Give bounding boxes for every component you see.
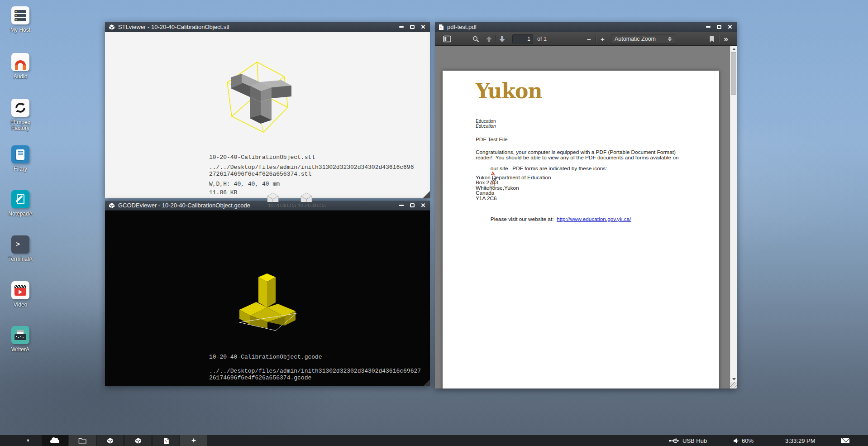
pdf-content-area[interactable]: Yukon Education Éducation PDF Test File … <box>435 46 737 388</box>
gcode-viewer-window: GCODEviewer - 10-20-40-CalibrationObject… <box>105 201 430 386</box>
stl-path-line2: 2726174696f6e4f626a656374.stl <box>209 171 311 177</box>
maximize-button[interactable] <box>409 24 415 30</box>
taskbar-stlviewer-button[interactable] <box>97 435 123 446</box>
minimize-button[interactable] <box>398 202 405 209</box>
arrow-down-icon <box>499 36 506 43</box>
pdf-scrollbar[interactable] <box>730 46 737 388</box>
taskbar-cloud-button[interactable] <box>42 435 68 446</box>
pdf-window-titlebar[interactable]: pdf-test.pdf ✕ <box>435 22 737 32</box>
yukon-logo: Yukon <box>476 82 542 101</box>
typewriter-icon <box>11 326 29 344</box>
minimize-button[interactable] <box>398 24 405 30</box>
dropdown-arrows-icon <box>665 36 672 42</box>
website-link[interactable]: http://www.education.gov.yk.ca/ <box>557 216 631 222</box>
desktop-icon-video[interactable]: Video <box>2 281 39 308</box>
stl-viewport[interactable]: 10-20-40-CalibrationObject.stl ../../Des… <box>105 32 430 198</box>
stl-3d-model <box>222 58 299 144</box>
speaker-icon <box>733 438 739 444</box>
desktop-icon-audio[interactable]: Audio <box>2 53 39 80</box>
resize-grip[interactable] <box>424 379 430 386</box>
cloud-icon <box>50 440 59 443</box>
gcode-viewport[interactable]: 10-20-40-CalibrationObject.gcode ../../D… <box>105 211 430 386</box>
maximize-button[interactable] <box>409 202 415 209</box>
search-button[interactable] <box>472 32 479 46</box>
desktop-icon-label: Video <box>2 302 39 308</box>
desktop-icon-notepada[interactable]: NotepadA <box>2 190 39 217</box>
zoom-out-button[interactable]: − <box>587 32 591 46</box>
sidebar-toggle-button[interactable] <box>443 32 451 46</box>
bookmark-button[interactable] <box>709 32 715 46</box>
taskbar: ▼ + USB Hub 60% <box>0 435 868 446</box>
taskbar-add-button[interactable]: + <box>180 435 207 446</box>
search-icon <box>472 36 479 43</box>
desktop-icon-label: FFmpeg Factory <box>2 120 39 131</box>
volume-status[interactable]: 60% <box>733 435 754 446</box>
website-line: Please visit our website at: http://www.… <box>476 211 631 227</box>
close-button[interactable]: ✕ <box>420 24 426 30</box>
server-icon <box>11 6 29 24</box>
desktop-icon-label: Audio <box>2 74 39 80</box>
stl-window-titlebar[interactable]: STLviewer - 10-20-40-CalibrationObject.s… <box>105 22 430 32</box>
taskbar-menu-chevron[interactable]: ▼ <box>20 435 36 446</box>
resize-grip[interactable] <box>730 382 737 388</box>
usb-icon <box>669 438 680 444</box>
previous-page-button[interactable] <box>486 32 492 46</box>
mail-status[interactable] <box>841 435 849 446</box>
plus-icon: + <box>191 436 196 445</box>
hidden-file-icon[interactable] <box>300 192 313 202</box>
usb-status[interactable]: USB Hub <box>669 435 707 446</box>
scroll-down-button[interactable] <box>730 376 737 382</box>
book-icon <box>11 145 29 163</box>
zoom-level-dropdown[interactable]: Automatic Zoom <box>611 34 675 44</box>
envelope-icon <box>841 438 849 443</box>
maximize-button[interactable] <box>716 24 722 30</box>
address-line: Y1A 2C6 <box>476 196 497 201</box>
scrollbar-thumb[interactable] <box>731 52 736 95</box>
desktop-icon-filary[interactable]: Filary <box>2 145 39 172</box>
desktop-icon-label: TerminalA <box>2 256 39 262</box>
zoom-level-label: Automatic Zoom <box>615 36 656 42</box>
close-button[interactable]: ✕ <box>727 24 733 30</box>
gcode-window-titlebar[interactable]: GCODEviewer - 10-20-40-CalibrationObject… <box>105 201 430 211</box>
pdf-viewer-window: pdf-test.pdf ✕ of 1 <box>435 22 737 388</box>
stl-viewer-window: STLviewer - 10-20-40-CalibrationObject.s… <box>105 22 430 198</box>
more-tools-button[interactable]: » <box>724 32 728 46</box>
close-button[interactable]: ✕ <box>420 202 426 209</box>
logo-subtitle-fr: Éducation <box>476 124 496 129</box>
next-page-button[interactable] <box>499 32 506 46</box>
sidebar-toggle-icon <box>443 35 451 43</box>
note-pencil-icon <box>11 190 29 208</box>
resize-grip[interactable] <box>423 191 430 198</box>
cube-icon <box>107 437 114 444</box>
clock-label: 3:33:29 PM <box>785 437 816 444</box>
cube-icon <box>109 202 115 209</box>
clock[interactable]: 3:33:29 PM <box>785 435 816 446</box>
paragraph-line2: reader! You should be able to view any o… <box>476 155 679 161</box>
page-number-input[interactable] <box>512 34 533 43</box>
desktop-icon-terminala[interactable]: >_ TerminalA <box>2 235 39 262</box>
volume-label: 60% <box>742 437 754 444</box>
page-count-label: of 1 <box>537 32 547 46</box>
taskbar-gcodeviewer-button[interactable] <box>125 435 151 446</box>
desktop-icon-my-host[interactable]: My Host <box>2 6 39 33</box>
clapperboard-play-icon <box>11 281 29 299</box>
gcode-path-line2: 26174696f6e4f626a656374.gcode <box>209 374 311 381</box>
desktop-icon-label: WriterA <box>2 347 39 353</box>
pdf-file-icon <box>439 24 444 30</box>
cube-icon <box>135 437 142 444</box>
minimize-button[interactable] <box>705 24 711 30</box>
taskbar-pdfviewer-button[interactable] <box>153 435 179 446</box>
scroll-up-button[interactable] <box>730 46 737 52</box>
bookmark-icon <box>709 35 715 43</box>
stl-filesize: 11.86 KB <box>209 189 237 196</box>
gcode-path-line1: ../../Desktop/files/admin/inith31302d323… <box>209 368 421 374</box>
stl-filename: 10-20-40-CalibrationObject.stl <box>209 154 315 161</box>
desktop-icon-label: Filary <box>2 166 39 172</box>
desktop-icon-writera[interactable]: WriterA <box>2 326 39 353</box>
zoom-in-button[interactable]: + <box>601 32 605 46</box>
desktop-icon-ffmpeg-factory[interactable]: FFmpeg Factory <box>2 99 39 131</box>
hidden-file-icon[interactable] <box>266 192 280 202</box>
hidden-desktop-files <box>266 192 313 202</box>
taskbar-files-button[interactable] <box>69 435 96 446</box>
chevron-down-icon: ▼ <box>26 438 30 443</box>
